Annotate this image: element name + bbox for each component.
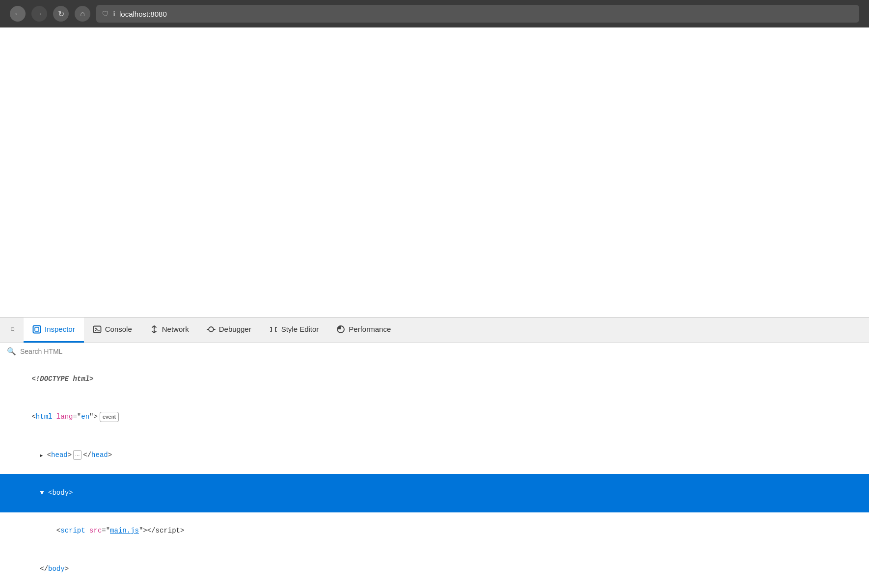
tab-debugger[interactable]: Debugger — [198, 318, 260, 343]
tab-inspector[interactable]: Inspector — [24, 318, 84, 343]
address-bar[interactable]: 🛡 ℹ localhost:8080 — [96, 5, 859, 23]
inspector-label: Inspector — [45, 325, 75, 333]
html-search-bar: 🔍 — [0, 343, 869, 360]
body-line[interactable]: ▼ <body> — [0, 474, 869, 512]
console-label: Console — [105, 325, 132, 333]
page-content — [0, 27, 869, 317]
script-line[interactable]: <script src="main.js"></script> — [0, 512, 869, 550]
browser-chrome: ← → ↻ ⌂ 🛡 ℹ localhost:8080 — [0, 0, 869, 27]
devtools-panel: Inspector Console — [0, 317, 869, 588]
head-line[interactable]: ▶ <head>···</head> — [0, 436, 869, 474]
head-ellipsis: ··· — [73, 450, 81, 460]
svg-rect-2 — [33, 325, 41, 333]
event-badge: event — [100, 412, 119, 422]
url-text: localhost:8080 — [119, 10, 167, 18]
inspector-icon — [32, 325, 41, 334]
back-button[interactable]: ← — [10, 6, 26, 22]
element-picker-button[interactable] — [2, 318, 24, 343]
devtools-tab-bar: Inspector Console — [0, 318, 869, 343]
forward-button[interactable]: → — [31, 6, 47, 22]
doctype-line[interactable]: <!DOCTYPE html> — [0, 360, 869, 398]
info-icon: ℹ — [113, 10, 115, 18]
doctype-text: <!DOCTYPE html> — [31, 375, 93, 383]
html-tree: <!DOCTYPE html> <html lang="en">event ▶ … — [0, 360, 869, 588]
body-close-line[interactable]: </body> — [0, 550, 869, 588]
console-icon — [93, 325, 102, 334]
svg-rect-3 — [35, 327, 39, 331]
tab-network[interactable]: Network — [141, 318, 198, 343]
style-editor-label: Style Editor — [281, 325, 319, 333]
search-icon: 🔍 — [7, 347, 16, 356]
home-button[interactable]: ⌂ — [75, 6, 90, 22]
shield-icon: 🛡 — [102, 10, 109, 18]
tab-style-editor[interactable]: Style Editor — [260, 318, 328, 343]
network-icon — [150, 325, 159, 334]
tab-console[interactable]: Console — [84, 318, 141, 343]
performance-label: Performance — [349, 325, 391, 333]
tab-performance[interactable]: Performance — [327, 318, 400, 343]
network-label: Network — [162, 325, 189, 333]
style-editor-icon — [269, 325, 278, 334]
html-open-line[interactable]: <html lang="en">event — [0, 398, 869, 436]
reload-button[interactable]: ↻ — [53, 6, 69, 22]
debugger-label: Debugger — [219, 325, 251, 333]
search-input[interactable] — [20, 347, 862, 355]
performance-icon — [336, 325, 345, 334]
debugger-icon — [207, 325, 216, 334]
picker-icon — [11, 324, 15, 335]
